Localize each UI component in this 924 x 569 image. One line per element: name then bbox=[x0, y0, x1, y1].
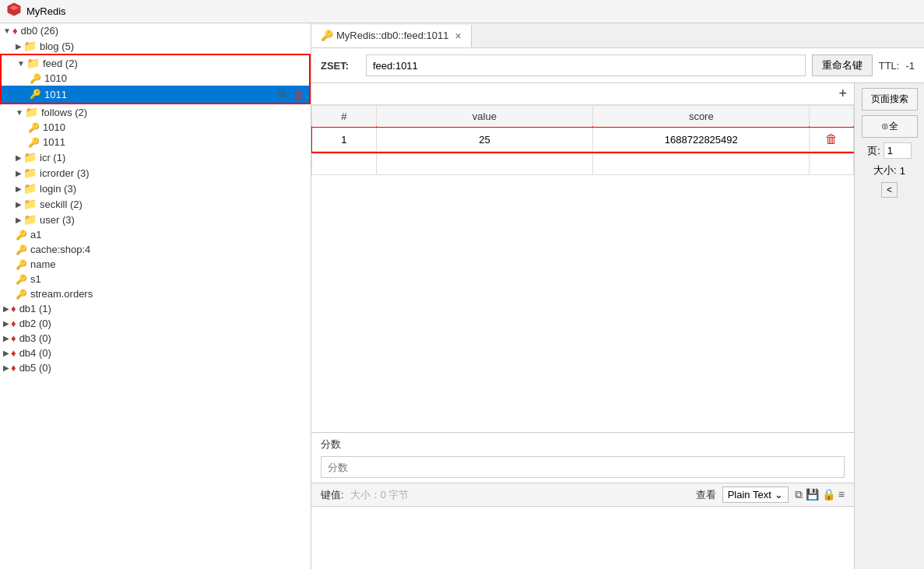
sidebar-item-s1[interactable]: 🔑 s1 bbox=[0, 272, 311, 286]
col-header-actions bbox=[810, 106, 854, 128]
db-icon: ♦ bbox=[11, 347, 16, 359]
value-editor[interactable] bbox=[311, 507, 854, 569]
key-form-area: ZSET: 重命名键 TTL: -1 bbox=[311, 48, 924, 83]
db-icon: ♦ bbox=[11, 362, 16, 374]
content-area: 🔑 MyRedis::db0::feed:1011 × ZSET: 重命名键 T… bbox=[311, 23, 924, 569]
key-icon: 🔑 bbox=[30, 73, 41, 84]
key-name-input[interactable] bbox=[366, 54, 806, 76]
value-label: 键值: bbox=[321, 488, 344, 502]
sidebar-item-cacheshop4[interactable]: 🔑 cache:shop:4 bbox=[0, 242, 311, 257]
row-score: 1688722825492 bbox=[593, 128, 810, 152]
sidebar-item-label: db5 (0) bbox=[19, 362, 51, 374]
rename-button[interactable]: 重命名键 bbox=[812, 54, 873, 76]
tab-close-button[interactable]: × bbox=[455, 30, 462, 42]
key-icon-s1: 🔑 bbox=[16, 274, 27, 285]
folder-icon-icrorder: 📁 bbox=[23, 167, 37, 179]
table-row[interactable]: 1 25 1688722825492 🗑 bbox=[312, 128, 854, 152]
expand-icon-db3: ▶ bbox=[3, 334, 9, 342]
size-value: 1 bbox=[900, 165, 905, 177]
tab-key-icon: 🔑 bbox=[321, 30, 333, 41]
expand-icon-icrorder: ▶ bbox=[16, 169, 22, 177]
sidebar-item-user[interactable]: ▶ 📁 user (3) bbox=[0, 212, 311, 227]
key-icon-a1: 🔑 bbox=[16, 230, 27, 241]
score-label: 分数 bbox=[321, 438, 341, 450]
copy-value-icon[interactable]: ⧉ bbox=[795, 488, 803, 501]
expand-icon-db4: ▶ bbox=[3, 349, 9, 357]
chevron-down-icon: ⌄ bbox=[775, 489, 783, 501]
sidebar-item-login[interactable]: ▶ 📁 login (3) bbox=[0, 181, 311, 196]
score-input[interactable] bbox=[321, 456, 845, 478]
sidebar-item-label: 1011 bbox=[43, 136, 65, 148]
sidebar-item-db4[interactable]: ▶ ♦ db4 (0) bbox=[0, 346, 311, 360]
sidebar-item-follows-1011[interactable]: 🔑 1011 bbox=[0, 135, 311, 149]
sidebar-item-db5[interactable]: ▶ ♦ db5 (0) bbox=[0, 360, 311, 375]
copy-button[interactable]: ⧉ bbox=[276, 87, 288, 101]
folder-icon-seckill: 📁 bbox=[23, 198, 37, 210]
view-label: 查看 bbox=[696, 488, 716, 502]
sidebar-item-feed-1010[interactable]: 🔑 1010 bbox=[2, 71, 309, 86]
row-delete[interactable]: 🗑 bbox=[810, 128, 854, 152]
nav-left-button[interactable]: < bbox=[881, 182, 898, 198]
folder-icon: 📁 bbox=[23, 40, 37, 52]
expand-icon-icr: ▶ bbox=[16, 153, 22, 162]
sidebar-item-db3[interactable]: ▶ ♦ db3 (0) bbox=[0, 331, 311, 346]
sidebar-item-name[interactable]: 🔑 name bbox=[0, 257, 311, 272]
row-value: 25 bbox=[376, 128, 592, 152]
sidebar-item-label: feed (2) bbox=[43, 58, 78, 69]
more-icon[interactable]: ≡ bbox=[838, 488, 845, 501]
sidebar-item-streamorders[interactable]: 🔑 stream.orders bbox=[0, 286, 311, 301]
sidebar-item-label: db0 (26) bbox=[21, 25, 58, 37]
active-tab[interactable]: 🔑 MyRedis::db0::feed:1011 × bbox=[311, 25, 472, 47]
expand-icon-db5: ▶ bbox=[3, 364, 9, 372]
folder-icon-icr: 📁 bbox=[23, 151, 37, 163]
expand-icon-feed: ▼ bbox=[17, 59, 25, 68]
delete-row-button[interactable]: 🗑 bbox=[825, 132, 838, 146]
sidebar-item-feed-1011[interactable]: 🔑 1011 ⧉ 🗑 bbox=[2, 86, 309, 103]
sidebar: ▼ ♦ db0 (26) ▶ 📁 blog (5) ▼ 📁 feed (2) 🔑… bbox=[0, 23, 311, 569]
add-row-button[interactable]: + bbox=[836, 85, 849, 103]
sidebar-item-label: follows (2) bbox=[41, 107, 87, 118]
key-icon: 🔑 bbox=[28, 122, 40, 133]
key-type-label: ZSET: bbox=[321, 60, 360, 72]
expand-icon-user: ▶ bbox=[16, 216, 22, 224]
page-row: 页: bbox=[867, 142, 912, 159]
sidebar-item-seckill[interactable]: ▶ 📁 seckill (2) bbox=[0, 196, 311, 212]
data-table: # value score 1 25 1688722825492 bbox=[311, 105, 854, 175]
expand-icon-db2: ▶ bbox=[3, 319, 9, 328]
tab-bar: 🔑 MyRedis::db0::feed:1011 × bbox=[311, 23, 924, 48]
page-search-button[interactable]: 页面搜索 bbox=[862, 88, 918, 111]
expand-icon-follows: ▼ bbox=[16, 108, 23, 117]
all-button[interactable]: ⊙全 bbox=[862, 115, 918, 138]
sidebar-item-blog[interactable]: ▶ 📁 blog (5) bbox=[0, 38, 311, 54]
key-icon-cacheshop4: 🔑 bbox=[16, 244, 27, 255]
row-num: 1 bbox=[312, 128, 377, 152]
sidebar-item-a1[interactable]: 🔑 a1 bbox=[0, 227, 311, 242]
sidebar-item-label: db1 (1) bbox=[19, 303, 51, 314]
folder-icon-follows: 📁 bbox=[25, 106, 38, 118]
save-value-icon[interactable]: 💾 bbox=[806, 488, 819, 501]
sidebar-item-icrorder[interactable]: ▶ 📁 icrorder (3) bbox=[0, 165, 311, 181]
sidebar-item-follows[interactable]: ▼ 📁 follows (2) bbox=[0, 104, 311, 120]
page-label: 页: bbox=[867, 144, 880, 158]
sidebar-item-feed[interactable]: ▼ 📁 feed (2) bbox=[2, 55, 309, 71]
sidebar-item-follows-1010[interactable]: 🔑 1010 bbox=[0, 120, 311, 135]
db-icon: ♦ bbox=[11, 303, 16, 314]
page-input[interactable] bbox=[884, 142, 912, 159]
sidebar-item-label: 1010 bbox=[44, 72, 67, 84]
sidebar-item-icr[interactable]: ▶ 📁 icr (1) bbox=[0, 149, 311, 165]
col-header-value: value bbox=[376, 106, 592, 128]
sidebar-item-db2[interactable]: ▶ ♦ db2 (0) bbox=[0, 316, 311, 331]
sidebar-item-label: icrorder (3) bbox=[40, 167, 90, 179]
bottom-section: 分数 键值: 大小：0 字节 查看 Plain Text ⌄ bbox=[311, 432, 854, 569]
expand-icon-blog: ▶ bbox=[16, 42, 22, 51]
content-right-wrapper: + # value score bbox=[311, 83, 924, 569]
key-form-row: ZSET: 重命名键 TTL: -1 bbox=[321, 54, 915, 76]
sidebar-item-db1[interactable]: ▶ ♦ db1 (1) bbox=[0, 301, 311, 316]
lock-icon[interactable]: 🔒 bbox=[822, 488, 835, 501]
title-bar: MyRedis bbox=[0, 0, 924, 23]
type-selector[interactable]: Plain Text ⌄ bbox=[722, 486, 789, 503]
delete-button[interactable]: 🗑 bbox=[291, 87, 306, 101]
sidebar-item-label: db2 (0) bbox=[19, 318, 51, 329]
sidebar-item-db0[interactable]: ▼ ♦ db0 (26) bbox=[0, 23, 311, 38]
sidebar-item-label: s1 bbox=[30, 273, 41, 285]
